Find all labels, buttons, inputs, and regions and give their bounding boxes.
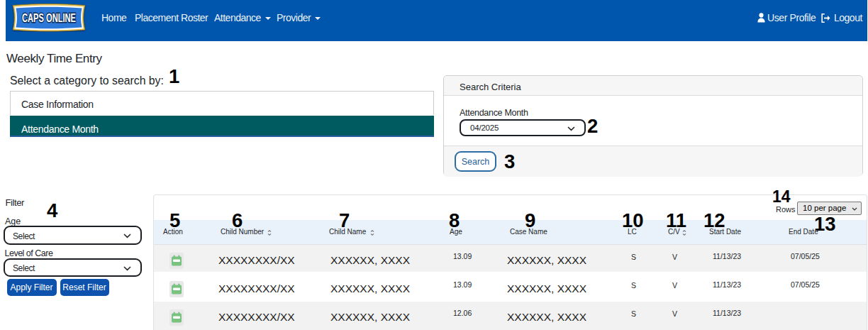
svg-text:CAPS ONLINE: CAPS ONLINE <box>22 11 76 25</box>
